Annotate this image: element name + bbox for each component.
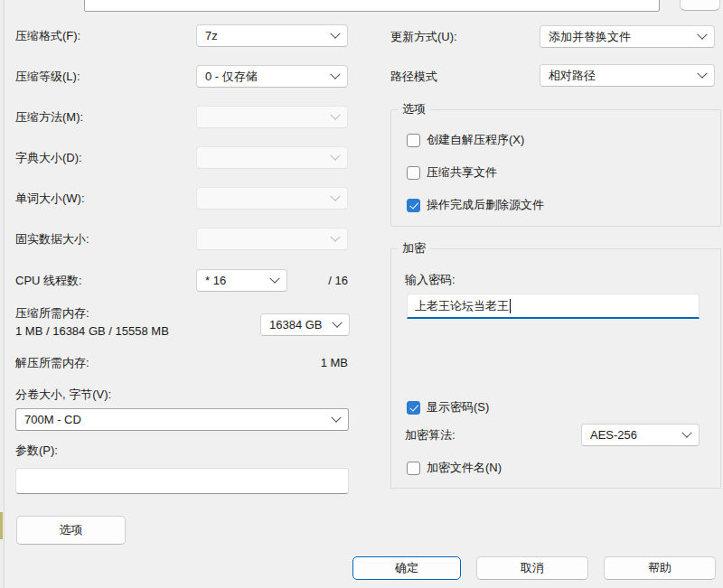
- cpu-threads-value: * 16: [205, 274, 271, 287]
- checkbox-unchecked-icon[interactable]: [407, 166, 420, 180]
- update-mode-dropdown[interactable]: 添加并替换文件: [540, 25, 715, 48]
- memory-compress-label: 压缩所需内存:: [15, 306, 89, 321]
- window-left-edge: [0, 0, 5, 588]
- cancel-button[interactable]: 取消: [476, 556, 588, 580]
- chevron-down-icon: [697, 68, 707, 78]
- checkbox-checked-icon[interactable]: [407, 199, 420, 212]
- encryption-method-dropdown[interactable]: AES-256: [581, 424, 700, 446]
- chevron-down-icon: [330, 150, 340, 160]
- encrypt-filenames-checkbox-row[interactable]: 加密文件名(N): [407, 460, 502, 476]
- compress-shared-checkbox-row[interactable]: 压缩共享文件: [407, 164, 497, 181]
- solid-block-size-dropdown: [196, 228, 348, 250]
- password-label: 输入密码:: [405, 273, 455, 287]
- memory-decompress-label: 解压所需内存:: [15, 356, 89, 370]
- compression-method-dropdown: [196, 106, 348, 128]
- word-size-dropdown: [196, 187, 348, 210]
- path-mode-dropdown[interactable]: 相对路径: [540, 64, 715, 87]
- create-sfx-checkbox-row[interactable]: 创建自解压程序(X): [407, 132, 524, 148]
- memory-decompress-value: 1 MB: [289, 356, 348, 370]
- checkbox-unchecked-icon[interactable]: [407, 134, 420, 147]
- parameters-input[interactable]: [15, 468, 349, 494]
- memory-compress-detail: 1 MB / 16384 GB / 15558 MB: [15, 324, 169, 339]
- dictionary-size-label: 字典大小(D):: [15, 151, 82, 165]
- checkbox-unchecked-icon[interactable]: [407, 462, 420, 475]
- path-mode-label: 路径模式: [390, 70, 437, 84]
- show-password-label: 显示密码(S): [427, 399, 489, 415]
- encrypt-filenames-label: 加密文件名(N): [427, 460, 502, 476]
- chevron-down-icon: [330, 191, 340, 201]
- chevron-down-icon: [331, 412, 341, 422]
- compression-level-value: 0 - 仅存储: [205, 69, 332, 85]
- cpu-threads-dropdown[interactable]: * 16: [196, 269, 287, 292]
- word-size-label: 单词大小(W):: [15, 191, 85, 206]
- memory-usage-value: 16384 GB: [269, 318, 333, 331]
- chevron-down-icon: [330, 231, 340, 241]
- help-button[interactable]: 帮助: [604, 556, 716, 580]
- compression-level-label: 压缩等级(L):: [15, 70, 80, 84]
- compression-level-dropdown[interactable]: 0 - 仅存储: [196, 65, 348, 88]
- solid-block-size-label: 固实数据大小:: [15, 232, 89, 247]
- create-sfx-label: 创建自解压程序(X): [427, 132, 524, 148]
- chevron-down-icon: [330, 28, 340, 38]
- compression-format-value: 7z: [205, 29, 332, 42]
- background-window-sliver: [0, 512, 3, 539]
- volume-size-label: 分卷大小, 字节(V):: [15, 387, 111, 402]
- password-value: 上老王论坛当老王: [415, 298, 509, 314]
- checkbox-checked-icon[interactable]: [407, 401, 420, 415]
- dictionary-size-dropdown: [196, 146, 348, 169]
- chevron-down-icon: [681, 427, 691, 437]
- text-cursor: [510, 299, 511, 313]
- cpu-threads-max: / 16: [307, 274, 348, 288]
- compression-method-label: 压缩方法(M):: [15, 110, 83, 125]
- compress-shared-label: 压缩共享文件: [427, 164, 497, 181]
- options-button[interactable]: 选项: [16, 516, 126, 545]
- delete-after-checkbox-row[interactable]: 操作完成后删除源文件: [407, 197, 544, 213]
- volume-size-value: 700M - CD: [24, 413, 333, 426]
- archive-name-input[interactable]: [84, 0, 660, 12]
- path-mode-value: 相对路径: [549, 68, 699, 84]
- update-mode-label: 更新方式(U):: [390, 30, 457, 44]
- encryption-group-title: 加密: [398, 242, 430, 255]
- chevron-down-icon: [697, 29, 707, 39]
- chevron-down-icon: [269, 273, 279, 283]
- memory-usage-dropdown[interactable]: 16384 GB: [260, 313, 350, 336]
- cpu-threads-label: CPU 线程数:: [15, 274, 82, 288]
- chevron-down-icon: [330, 69, 340, 79]
- delete-after-label: 操作完成后删除源文件: [427, 197, 544, 213]
- password-input[interactable]: 上老王论坛当老王: [407, 294, 700, 319]
- ok-button[interactable]: 确定: [352, 556, 461, 580]
- show-password-checkbox-row[interactable]: 显示密码(S): [407, 399, 489, 415]
- options-group-title: 选项: [398, 103, 430, 116]
- update-mode-value: 添加并替换文件: [549, 29, 699, 45]
- encryption-method-value: AES-256: [590, 428, 683, 442]
- encryption-method-label: 加密算法:: [405, 428, 455, 443]
- chevron-down-icon: [332, 317, 342, 327]
- volume-size-combobox[interactable]: 700M - CD: [15, 408, 349, 431]
- compression-format-label: 压缩格式(F):: [15, 29, 80, 43]
- parameters-label: 参数(P):: [15, 443, 58, 458]
- browse-button[interactable]: [680, 0, 720, 11]
- chevron-down-icon: [330, 109, 340, 119]
- compression-format-dropdown[interactable]: 7z: [196, 24, 348, 47]
